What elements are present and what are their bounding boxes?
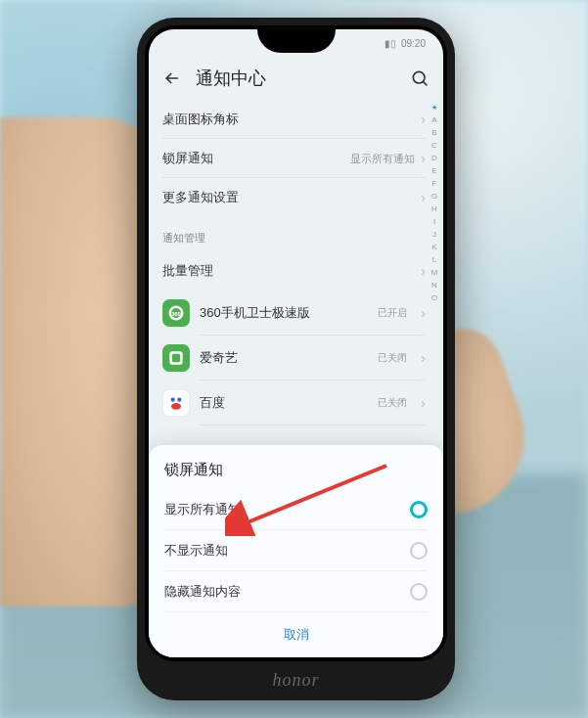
index-letter[interactable]: N [431,281,437,290]
radio-icon [410,542,428,560]
option-label: 显示所有通知 [164,501,410,518]
chevron-right-icon: › [421,305,426,321]
index-letter[interactable]: G [431,192,437,201]
index-letter[interactable]: K [431,243,436,251]
phone-frame: ▮▯ 09:20 通知中心 ★ A B C D E [137,18,455,700]
svg-rect-5 [172,354,180,362]
index-letter[interactable]: I [433,217,435,226]
svg-text:360: 360 [171,311,181,317]
app-name: 爱奇艺 [200,349,368,367]
app-row-baidu[interactable]: 百度 已关闭 › [149,381,443,426]
app-icon [162,389,190,417]
app-icon: 360 [162,299,190,327]
svg-point-7 [177,398,181,402]
row-batch-manage[interactable]: 批量管理 › [149,251,443,291]
row-label: 锁屏通知 [162,150,350,167]
app-name: 百度 [200,394,368,412]
page-title: 通知中心 [196,67,396,90]
app-row-360[interactable]: 360 360手机卫士极速版 已开启 › [149,291,443,336]
status-time: 09:20 [401,38,426,49]
index-letter[interactable]: B [431,128,436,137]
app-row-iqiyi[interactable]: 爱奇艺 已关闭 › [149,336,443,381]
header: 通知中心 [149,57,443,100]
app-status: 已开启 [378,306,407,320]
svg-point-6 [171,398,175,402]
section-manage: 通知管理 [149,217,443,251]
row-label: 批量管理 [162,262,421,280]
option-hide-all[interactable]: 不显示通知 [149,530,443,571]
app-status: 已关闭 [378,396,407,410]
index-letter[interactable]: D [431,154,437,162]
row-lockscreen-notification[interactable]: 锁屏通知 显示所有通知 › [149,139,443,178]
chevron-right-icon: › [421,395,426,411]
row-value: 显示所有通知 [350,152,415,166]
option-label: 隐藏通知内容 [164,583,410,601]
index-letter[interactable]: O [431,293,437,302]
option-show-all[interactable]: 显示所有通知 [149,489,443,530]
index-letter[interactable]: J [432,230,436,239]
index-letter[interactable]: A [431,115,436,124]
alpha-index[interactable]: ★ A B C D E F G H I J K L M N O [429,100,440,302]
app-name: 360手机卫士极速版 [200,304,368,322]
chevron-right-icon: › [421,263,426,279]
index-letter[interactable]: C [431,141,437,150]
action-sheet: 锁屏通知 显示所有通知 不显示通知 隐藏通知内容 取消 [149,445,443,657]
radio-selected-icon [410,501,428,518]
chevron-right-icon: › [421,190,426,205]
index-letter[interactable]: H [431,204,437,213]
phone-brand: honor [137,670,455,691]
cancel-button[interactable]: 取消 [149,612,443,653]
index-letter[interactable]: M [431,268,438,277]
option-label: 不显示通知 [164,542,410,560]
svg-point-8 [171,403,181,410]
svg-point-0 [413,71,425,83]
row-label: 桌面图标角标 [162,111,421,128]
chevron-right-icon: › [421,151,426,166]
screen: ▮▯ 09:20 通知中心 ★ A B C D E [149,29,443,657]
index-letter[interactable]: L [432,255,436,264]
back-icon[interactable] [162,68,182,88]
row-label: 更多通知设置 [162,189,421,206]
radio-icon [410,583,428,601]
search-icon[interactable] [410,68,430,88]
sheet-title: 锁屏通知 [149,445,443,489]
option-hide-content[interactable]: 隐藏通知内容 [149,571,443,612]
row-more-settings[interactable]: 更多通知设置 › [149,178,443,217]
app-status: 已关闭 [378,351,407,365]
content: ★ A B C D E F G H I J K L M N O [149,100,443,657]
app-icon [162,344,190,372]
index-star[interactable]: ★ [431,104,437,112]
battery-icon: ▮▯ [384,38,396,49]
index-letter[interactable]: E [431,166,436,175]
chevron-right-icon: › [421,112,426,127]
index-letter[interactable]: F [432,179,437,188]
chevron-right-icon: › [421,350,426,366]
notch [257,29,336,53]
row-desktop-badge[interactable]: 桌面图标角标 › [149,100,443,139]
